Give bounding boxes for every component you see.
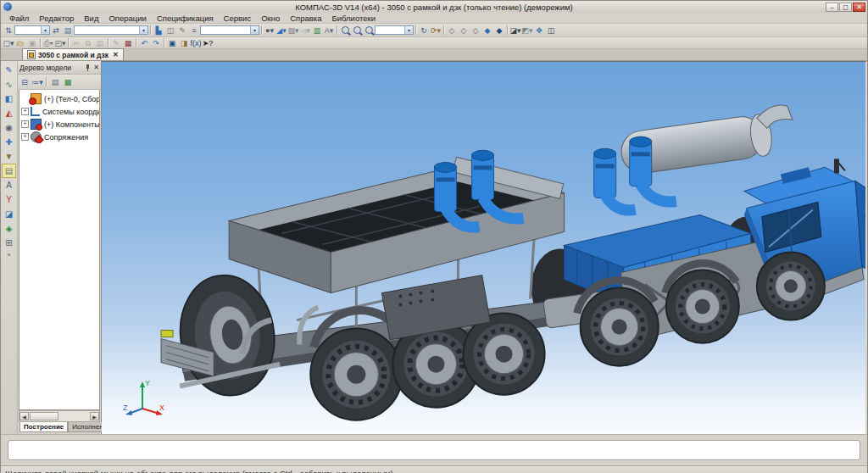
combo-arrow-icon[interactable]: ▾ [404,26,413,34]
list-view-icon[interactable]: ≡ ▾ [188,25,200,36]
current-state-combo[interactable]: ▾ [14,25,50,36]
zoom-out-icon[interactable]: ▾ [363,25,375,36]
pin-icon[interactable] [84,64,91,71]
close-button[interactable]: ✕ [853,3,865,12]
print-dropdown[interactable]: ⎙▾ ▾ [42,37,54,48]
menu-item[interactable]: Сервис [219,14,257,23]
combo-arrow-icon[interactable]: ▾ [139,26,147,34]
expander-icon[interactable] [21,108,29,115]
message-bar[interactable] [8,440,860,460]
update-image-icon[interactable]: ⇅ ▾ [3,25,14,36]
paste-button[interactable]: ▤ ▾ [94,37,106,48]
tab-close-icon[interactable]: ✕ [113,51,119,58]
tree-item-coordinate-systems[interactable]: Системы координат [19,105,99,118]
blue-columns-icon[interactable]: ▙ ▾ [153,25,164,36]
sheet-stack-icon[interactable]: ▤ ▾ [62,25,74,36]
swap-arrows-icon[interactable]: ⇄ ▾ [50,25,62,36]
surfaces-icon[interactable]: ◧ [2,92,16,106]
hidden-lines-dropdown[interactable]: ◩▾ ▾ [521,25,533,36]
menu-item[interactable]: Библиотеки [327,14,381,23]
solid-cube-shaded-icon[interactable]: ◆ ▾ [493,25,505,36]
copy-style-button[interactable]: ✎ ▾ [110,37,122,48]
menu-item[interactable]: Спецификация [152,14,219,23]
variables-window-icon[interactable]: ▣ ▾ [166,37,178,48]
window-layout-icon[interactable]: ◫ ▾ [164,25,176,36]
save-button[interactable]: ▣ ▾ [26,37,38,48]
section-preview-icon[interactable]: ▩ ▾ [62,76,74,88]
zoom-in-icon[interactable]: ▾ [339,25,351,36]
orientation-iso-cube-icon[interactable]: ◇ ▾ [470,25,481,36]
auxiliary-geometry-icon[interactable]: ◭ [2,106,16,120]
redo-button[interactable]: ↷ ▾ [150,37,162,48]
menu-item[interactable]: Окно [256,14,285,23]
menu-item[interactable]: Операции [103,14,151,23]
scroll-right-icon[interactable]: ▶ [90,412,99,420]
edit-assembly-icon[interactable]: ✎ [2,63,16,77]
tree-item-components[interactable]: (+) Компоненты [19,118,99,131]
table-button[interactable]: ▦ ▾ [122,37,134,48]
expander-icon[interactable] [21,120,29,128]
spatial-curves-icon[interactable]: ∿ [2,77,16,92]
panel-close-icon[interactable]: ✕ [93,64,99,71]
sphere-view-dropdown[interactable]: ●▾ ▾ [264,25,275,36]
section-view-icon[interactable]: ◫ ▾ [545,25,557,36]
tree-composition-dropdown[interactable]: ≔▾ ▾ [31,76,43,88]
orientation-top-cube-icon[interactable]: ◇ ▾ [458,25,470,36]
filters-icon[interactable]: ▼ [2,149,16,164]
strip-overflow-icon[interactable]: » [8,252,11,258]
shading-mode-dropdown[interactable]: ◪▾ ▾ [509,25,521,36]
sheet-metal-icon[interactable]: ◪ [2,207,16,221]
search-state-combo[interactable]: ▾ [74,25,148,36]
font-dropdown[interactable]: A▾ ▾ [323,25,335,36]
zoom-area-icon[interactable]: ▾ [351,25,363,36]
document-tab[interactable]: 3050 с рамкой и дзк ✕ [22,48,124,60]
tree-horizontal-scrollbar[interactable]: ◀ ▶ [19,410,100,422]
layers-panel-icon[interactable]: ⊞ [2,236,16,250]
filter-combo[interactable]: ▾ [200,25,259,36]
maximize-button[interactable]: ◻ [839,3,852,12]
components-panel-icon[interactable]: ◈ [2,221,16,236]
design-elements-icon[interactable]: Y [2,192,16,207]
report-icon[interactable]: ▤ ▾ [49,76,61,88]
context-help-icon[interactable]: ➤? ▾ [202,37,214,48]
preview-dropdown[interactable]: ◰▾ ▾ [54,37,66,48]
pour-dropdown[interactable]: ◅▾ ▾ [299,25,311,36]
menu-item[interactable]: Редактор [34,14,79,23]
menu-item[interactable]: Файл [4,14,34,23]
orientation-front-cube-icon[interactable]: ◇ ▾ [446,25,458,36]
scroll-thumb[interactable] [30,412,58,420]
cut-button[interactable]: ✂ ▾ [70,37,82,48]
copy-button[interactable]: ⧉ ▾ [82,37,94,48]
viewport-3d[interactable]: Y X Z [102,61,867,434]
new-document-dropdown[interactable]: ▢▾ ▾ [3,37,14,48]
menu-item[interactable]: Справка [285,14,326,23]
library-manager-icon[interactable]: ◨ ▾ [178,37,190,48]
scroll-left-icon[interactable]: ◀ [19,412,29,420]
variables-fx-icon[interactable]: f(x) ▾ [190,37,202,48]
tree-item-mates[interactable]: Сопряжения [19,131,99,143]
refresh-icon[interactable]: ↻ ▾ [418,25,430,36]
combo-arrow-icon[interactable]: ▾ [41,26,49,34]
reports-icon[interactable]: A [2,178,16,192]
menu-item[interactable]: Вид [79,14,103,23]
tree-structure-icon[interactable]: ⊟ ▾ [19,76,31,88]
specification-icon[interactable]: ▤ [2,164,16,178]
mates-icon[interactable]: ◉ [2,120,16,135]
minimize-button[interactable]: – [826,3,838,12]
pencil-edit-icon[interactable]: ✎ ▾ [176,25,188,36]
tab-postroenie[interactable]: Построение [19,422,68,432]
combo-arrow-icon[interactable]: ▾ [250,26,259,34]
orient-hand-icon[interactable]: ✥ ▾ [533,25,545,36]
truck-model[interactable] [102,62,865,434]
solid-wedge-dropdown[interactable]: ◢▾ ▾ [275,25,287,36]
rotate-view-dropdown[interactable]: ⟳▾ ▾ [430,25,442,36]
zoom-scale-combo[interactable]: ▾ [375,25,414,36]
solid-cube-icon[interactable]: ◆ ▾ [481,25,493,36]
copy-properties-dropdown[interactable]: ▨▾ ▾ [287,25,299,36]
undo-button[interactable]: ↶ ▾ [138,37,150,48]
green-box-icon[interactable]: ▥ ▾ [311,25,323,36]
open-button[interactable]: 🗁 ▾ [14,37,26,48]
measure-3d-icon[interactable]: ✚ [2,135,16,149]
tree-item-root[interactable]: (+) (Тел-0, Сборочных едини [19,92,99,105]
expander-icon[interactable] [21,133,29,141]
